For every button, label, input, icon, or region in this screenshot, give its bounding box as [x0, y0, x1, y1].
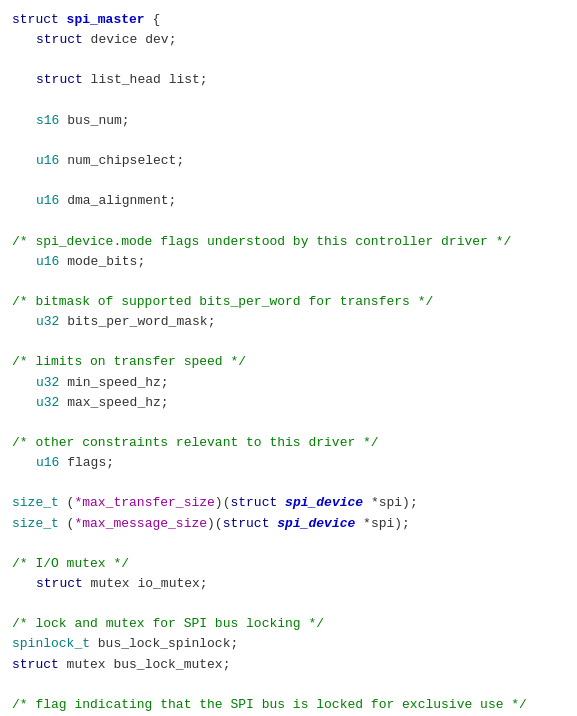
- blank-4: [12, 171, 565, 191]
- comment-other-line: /* other constraints relevant to this dr…: [12, 433, 565, 453]
- comment-mode-line: /* spi_device.mode flags understood by t…: [12, 232, 565, 252]
- dev-line: struct device dev;: [12, 30, 565, 50]
- comment-flag-line: /* flag indicating that the SPI bus is l…: [12, 695, 565, 715]
- blank-8: [12, 413, 565, 433]
- blank-1: [12, 50, 565, 70]
- blank-9: [12, 473, 565, 493]
- flags-line: u16 flags;: [12, 453, 565, 473]
- brace-open: {: [145, 12, 161, 27]
- blank-3: [12, 131, 565, 151]
- comment-lock-line: /* lock and mutex for SPI bus locking */: [12, 614, 565, 634]
- struct-header-line: struct spi_master {: [12, 10, 565, 30]
- max-message-size-line: size_t (*max_message_size)(struct spi_de…: [12, 514, 565, 534]
- blank-11: [12, 594, 565, 614]
- dma-alignment-line: u16 dma_alignment;: [12, 191, 565, 211]
- max-transfer-size-line: size_t (*max_transfer_size)(struct spi_d…: [12, 493, 565, 513]
- bits-per-word-mask-line: u32 bits_per_word_mask;: [12, 312, 565, 332]
- io-mutex-line: struct mutex io_mutex;: [12, 574, 565, 594]
- list-line: struct list_head list;: [12, 70, 565, 90]
- min-speed-line: u32 min_speed_hz;: [12, 373, 565, 393]
- blank-6: [12, 272, 565, 292]
- comment-limits-line: /* limits on transfer speed */: [12, 352, 565, 372]
- bus-num-line: s16 bus_num;: [12, 111, 565, 131]
- struct-name: spi_master: [67, 12, 145, 27]
- max-speed-line: u32 max_speed_hz;: [12, 393, 565, 413]
- blank-7: [12, 332, 565, 352]
- mode-bits-line: u16 mode_bits;: [12, 252, 565, 272]
- bus-lock-mutex-line: struct mutex bus_lock_mutex;: [12, 655, 565, 675]
- blank-12: [12, 675, 565, 695]
- other-word: other: [35, 435, 74, 450]
- comment-io-line: /* I/O mutex */: [12, 554, 565, 574]
- blank-5: [12, 211, 565, 231]
- and-word: and: [74, 616, 97, 631]
- blank-10: [12, 534, 565, 554]
- bus-lock-spinlock-line: spinlock_t bus_lock_spinlock;: [12, 634, 565, 654]
- comment-bitmask-line: /* bitmask of supported bits_per_word fo…: [12, 292, 565, 312]
- keyword-struct: struct: [12, 12, 67, 27]
- num-chipselect-line: u16 num_chipselect;: [12, 151, 565, 171]
- blank-2: [12, 91, 565, 111]
- code-container: struct spi_master { struct device dev; s…: [12, 10, 565, 716]
